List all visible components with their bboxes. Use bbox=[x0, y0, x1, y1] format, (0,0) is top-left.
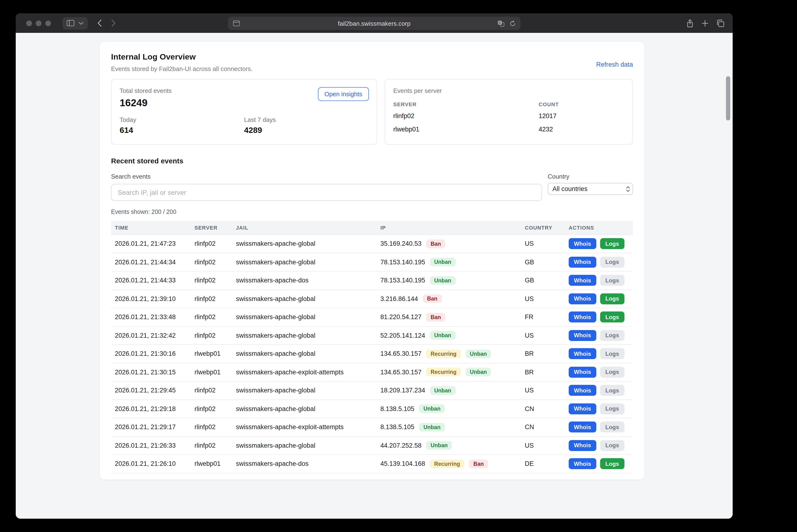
event-country: US bbox=[525, 442, 569, 449]
event-jail: swissmakers-apache-global bbox=[236, 405, 380, 413]
recurring-badge: Recurring bbox=[427, 368, 461, 377]
server-column-header: SERVER bbox=[393, 100, 539, 110]
event-server: rlinfp02 bbox=[195, 240, 236, 247]
event-actions: Whois Logs bbox=[569, 330, 633, 341]
event-ip: 18.209.137.234Unban bbox=[380, 386, 525, 395]
whois-button[interactable]: Whois bbox=[569, 367, 596, 378]
event-country: US bbox=[525, 295, 569, 302]
event-country: CN bbox=[525, 405, 569, 413]
logs-button[interactable]: Logs bbox=[600, 440, 624, 451]
logs-button[interactable]: Logs bbox=[600, 293, 624, 304]
event-time: 2026.01.21, 21:30:16 bbox=[111, 350, 195, 358]
unban-badge: Unban bbox=[427, 441, 452, 450]
logs-button[interactable]: Logs bbox=[600, 330, 624, 341]
ip-address: 134.65.30.157 bbox=[380, 350, 422, 358]
logs-button[interactable]: Logs bbox=[600, 312, 624, 323]
ban-badge: Ban bbox=[427, 313, 445, 322]
back-button[interactable] bbox=[97, 20, 102, 27]
event-time: 2026.01.21, 21:26:33 bbox=[111, 442, 195, 449]
table-row: 2026.01.21, 21:39:10 rlinfp02 swissmaker… bbox=[111, 289, 633, 308]
event-server: rlwebp01 bbox=[195, 350, 236, 358]
whois-button[interactable]: Whois bbox=[569, 239, 596, 249]
event-badges: Unban bbox=[425, 276, 456, 285]
logs-button[interactable]: Logs bbox=[600, 257, 624, 268]
whois-button[interactable]: Whois bbox=[569, 330, 596, 341]
address-bar[interactable]: fail2ban.swissmakers.corp A bbox=[228, 17, 521, 30]
close-window-button[interactable] bbox=[26, 20, 32, 26]
whois-button[interactable]: Whois bbox=[569, 257, 596, 268]
chevron-down-icon bbox=[79, 22, 84, 24]
event-country: FR bbox=[525, 314, 569, 321]
logs-button[interactable]: Logs bbox=[600, 385, 624, 396]
search-events-label: Search events bbox=[111, 173, 542, 180]
event-jail: swissmakers-apache-exploit-attempts bbox=[236, 369, 380, 376]
event-ip: 134.65.30.157RecurringUnban bbox=[380, 349, 525, 358]
new-tab-button[interactable] bbox=[702, 20, 708, 26]
table-row: 2026.01.21, 21:29:45 rlinfp02 swissmaker… bbox=[111, 381, 633, 399]
zoom-window-button[interactable] bbox=[45, 20, 51, 26]
sidebar-toggle[interactable] bbox=[62, 17, 88, 29]
whois-button[interactable]: Whois bbox=[569, 312, 596, 323]
header-country: COUNTRY bbox=[525, 225, 569, 230]
logs-button[interactable]: Logs bbox=[600, 422, 624, 433]
logs-button[interactable]: Logs bbox=[600, 458, 624, 469]
ip-address: 44.207.252.58 bbox=[380, 442, 422, 449]
per-server-title: Events per server bbox=[393, 87, 624, 94]
next-row-edge bbox=[111, 473, 633, 476]
open-insights-button[interactable]: Open insights bbox=[318, 87, 369, 101]
event-badges: Unban bbox=[422, 441, 452, 450]
logs-button[interactable]: Logs bbox=[600, 367, 624, 378]
page-icon bbox=[233, 20, 240, 26]
ip-address: 52.205.141.124 bbox=[380, 332, 425, 339]
count-column-header: COUNT bbox=[539, 100, 624, 110]
logs-button[interactable]: Logs bbox=[600, 275, 624, 286]
ip-address: 35.169.240.53 bbox=[380, 240, 422, 247]
events-per-server-card: Events per server SERVER COUNT rlinfp02 … bbox=[385, 79, 633, 145]
unban-badge: Unban bbox=[430, 386, 456, 395]
whois-button[interactable]: Whois bbox=[569, 440, 596, 451]
table-row: 2026.01.21, 21:30:16 rlwebp01 swissmaker… bbox=[111, 344, 633, 363]
table-row: 2026.01.21, 21:44:33 rlinfp02 swissmaker… bbox=[111, 271, 633, 289]
ip-address: 18.209.137.234 bbox=[380, 387, 425, 394]
forward-button[interactable] bbox=[111, 20, 116, 27]
ip-address: 78.153.140.195 bbox=[380, 259, 425, 266]
unban-badge: Unban bbox=[466, 368, 491, 377]
search-input[interactable] bbox=[111, 184, 542, 201]
event-actions: Whois Logs bbox=[569, 257, 633, 268]
event-ip: 81.220.54.127Ban bbox=[380, 313, 525, 322]
table-row: 2026.01.21, 21:30:15 rlwebp01 swissmaker… bbox=[111, 363, 633, 381]
whois-button[interactable]: Whois bbox=[569, 293, 596, 304]
scrollbar-thumb[interactable] bbox=[726, 76, 730, 120]
country-select[interactable]: All countries bbox=[548, 183, 633, 195]
ip-address: 81.220.54.127 bbox=[380, 314, 422, 321]
event-server: rlinfp02 bbox=[195, 442, 236, 449]
tab-overview-button[interactable] bbox=[717, 19, 725, 27]
event-actions: Whois Logs bbox=[569, 422, 633, 433]
minimize-window-button[interactable] bbox=[36, 20, 41, 26]
whois-button[interactable]: Whois bbox=[569, 403, 596, 414]
refresh-data-link[interactable]: Refresh data bbox=[596, 61, 633, 68]
whois-button[interactable]: Whois bbox=[569, 348, 596, 359]
table-row: 2026.01.21, 21:33:48 rlinfp02 swissmaker… bbox=[111, 308, 633, 326]
logs-button[interactable]: Logs bbox=[600, 403, 624, 414]
header-ip: IP bbox=[380, 225, 525, 230]
event-server: rlinfp02 bbox=[195, 295, 236, 302]
logs-button[interactable]: Logs bbox=[600, 348, 624, 359]
event-actions: Whois Logs bbox=[569, 367, 633, 378]
whois-button[interactable]: Whois bbox=[569, 275, 596, 286]
recurring-badge: Recurring bbox=[427, 349, 461, 358]
translate-icon[interactable]: A bbox=[497, 20, 504, 26]
event-country: GB bbox=[525, 277, 569, 284]
last7-value: 4289 bbox=[244, 126, 368, 135]
event-jail: swissmakers-apache-global bbox=[236, 350, 380, 358]
event-time: 2026.01.21, 21:33:48 bbox=[111, 314, 195, 321]
whois-button[interactable]: Whois bbox=[569, 385, 596, 396]
logs-button[interactable]: Logs bbox=[600, 239, 624, 249]
whois-button[interactable]: Whois bbox=[569, 458, 596, 469]
table-row: 2026.01.21, 21:47:23 rlinfp02 swissmaker… bbox=[111, 234, 633, 253]
unban-badge: Unban bbox=[466, 349, 491, 358]
share-icon[interactable] bbox=[686, 19, 693, 27]
whois-button[interactable]: Whois bbox=[569, 422, 596, 433]
reload-icon[interactable] bbox=[510, 20, 516, 26]
event-badges: Unban bbox=[415, 423, 445, 432]
